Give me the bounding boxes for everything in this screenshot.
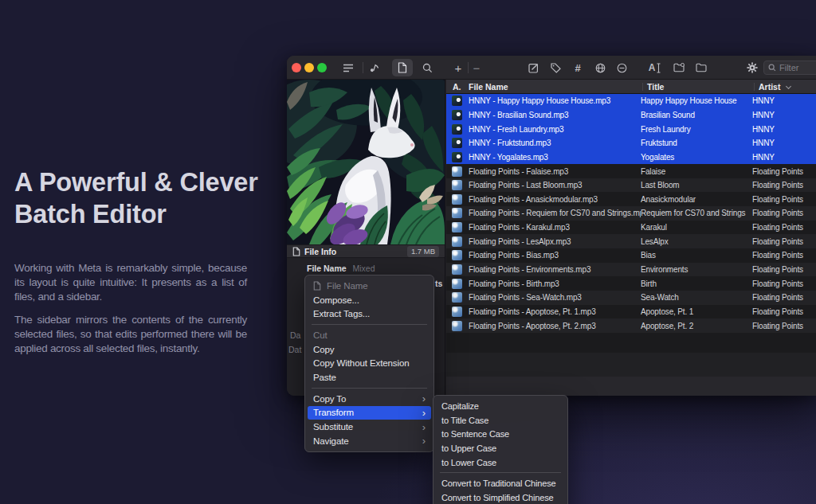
empty-band [446, 333, 816, 353]
menu-item-convert-to-traditional-chinese[interactable]: Convert to Traditional Chinese [434, 476, 567, 490]
search-icon[interactable] [420, 56, 434, 80]
menu-separator [312, 388, 427, 389]
filter-search-icon [768, 64, 776, 72]
file-size-badge: 1.7 MB [407, 246, 439, 257]
add-icon[interactable]: + [452, 56, 465, 80]
filter-input[interactable]: Filter [763, 61, 816, 75]
table-row[interactable]: Floating Points - Apoptose, Pt. 2.mp3Apo… [446, 318, 816, 333]
cell-filename: Floating Points - Anasickmodular.mp3 [469, 195, 641, 204]
table-row[interactable]: Floating Points - Apoptose, Pt. 1.mp3Apo… [446, 305, 816, 319]
cell-title: LesAlpx [641, 237, 752, 246]
menu-item-paste[interactable]: Paste [305, 370, 434, 385]
table-row[interactable]: Floating Points - Environments.mp3Enviro… [446, 263, 816, 277]
menu-item-copy[interactable]: Copy [305, 342, 434, 357]
menu-item-to-sentence-case[interactable]: to Sentence Case [434, 427, 567, 441]
cell-filename: Floating Points - Environments.mp3 [469, 265, 641, 274]
table-row[interactable]: HNNY - Yogalates.mp3YogalatesHNNY [446, 150, 816, 165]
menu-item-to-upper-case[interactable]: to Upper Case [434, 441, 567, 455]
table-row[interactable]: Floating Points - Karakul.mp3KarakulFloa… [446, 221, 816, 235]
table-row[interactable]: Floating Points - Falaise.mp3FalaiseFloa… [446, 164, 816, 178]
context-menu: File NameCompose...Extract Tags...CutCop… [304, 275, 434, 452]
table-row[interactable]: HNNY - Fresh Laundry.mp3Fresh LaundryHNN… [446, 122, 816, 136]
list-view-icon[interactable] [341, 56, 355, 80]
audio-icon[interactable] [367, 56, 382, 80]
table-row[interactable]: Floating Points - Requiem for CS70 and S… [446, 206, 816, 221]
menu-item-copy-to[interactable]: Copy To› [305, 392, 434, 406]
album-thumbnail [452, 292, 462, 303]
cell-artist: Floating Points [752, 279, 816, 288]
table-row[interactable]: Floating Points - Last Bloom.mp3Last Blo… [446, 178, 816, 193]
tag-icon[interactable] [549, 56, 562, 80]
remove-icon[interactable]: − [470, 56, 483, 80]
album-thumbnail [452, 307, 462, 317]
cell-filename: Floating Points - Falaise.mp3 [469, 167, 641, 176]
menu-item-to-lower-case[interactable]: to Lower Case [434, 455, 567, 470]
file-icon[interactable] [395, 56, 410, 80]
table-row[interactable]: Floating Points - Bias.mp3BiasFloating P… [446, 248, 816, 263]
menu-item-label: Copy To [313, 394, 346, 404]
cell-artist: HNNY [752, 125, 816, 134]
menu-item-extract-tags[interactable]: Extract Tags... [305, 307, 434, 321]
table-row[interactable]: Floating Points - LesAlpx.mp3LesAlpxFloa… [446, 234, 816, 248]
table-row[interactable]: HNNY - Brasilian Sound.mp3Brasilian Soun… [446, 108, 816, 123]
table-row[interactable]: Floating Points - Anasickmodular.mp3Anas… [446, 192, 816, 206]
menu-item-label: Navigate [313, 436, 349, 446]
remove-circle-icon[interactable] [615, 56, 628, 80]
menu-item-navigate[interactable]: Navigate› [305, 434, 434, 448]
sidebar-fragment-left2: Dat [288, 345, 301, 354]
menu-item-substitute[interactable]: Substitute› [305, 420, 434, 434]
column-header-a[interactable]: A. [453, 82, 469, 92]
headline-line2: Batch Editor [14, 199, 258, 231]
web-icon[interactable] [594, 56, 606, 80]
menu-separator [312, 324, 427, 325]
table-row[interactable]: HNNY - Fruktstund.mp3FruktstundHNNY [446, 136, 816, 150]
menu-item-convert-to-simplified-chinese[interactable]: Convert to Simplified Chinese [434, 490, 567, 504]
close-button[interactable] [292, 63, 301, 72]
cell-filename: Floating Points - Birth.mp3 [469, 279, 641, 288]
menu-item-file-name: File Name [305, 279, 434, 293]
menu-item-copy-without-extension[interactable]: Copy Without Extension [305, 356, 434, 370]
menu-item-label: Cut [313, 330, 328, 340]
hash-icon[interactable]: # [571, 56, 584, 80]
compose-icon[interactable] [527, 56, 539, 80]
menu-item-to-title-case[interactable]: to Title Case [434, 413, 567, 428]
album-thumbnail [452, 166, 462, 177]
window-footer [446, 377, 816, 396]
table-header[interactable]: A. File Name Title Artist [446, 80, 816, 94]
menu-item-label: Convert to Simplified Chinese [441, 493, 554, 502]
cell-filename: HNNY - Fruktstund.mp3 [469, 139, 641, 147]
file-table: A. File Name Title Artist HNNY - Happy H… [446, 80, 816, 396]
table-rows: HNNY - Happy Happy House House.mp3Happy … [446, 94, 816, 333]
menu-item-cut: Cut [305, 328, 434, 342]
table-row[interactable]: HNNY - Happy Happy House House.mp3Happy … [446, 94, 816, 108]
page-title: A Powerful & Clever Batch Editor [14, 167, 258, 230]
menu-item-capitalize[interactable]: Capitalize [434, 399, 567, 413]
column-header-artist[interactable]: Artist [759, 82, 816, 92]
menu-item-label: to Lower Case [441, 458, 496, 467]
folder-icon[interactable] [694, 56, 708, 80]
file-info-bar[interactable]: File Info 1.7 MB [287, 244, 445, 258]
column-header-title[interactable]: Title [647, 82, 759, 92]
cell-title: Last Bloom [641, 181, 752, 189]
table-row[interactable]: Floating Points - Sea-Watch.mp3Sea-Watch… [446, 291, 816, 305]
menu-item-compose[interactable]: Compose... [305, 293, 434, 307]
new-folder-icon[interactable] [672, 56, 685, 80]
settings-gear-icon[interactable] [745, 56, 759, 80]
titlebar[interactable]: + − # A Filter [287, 56, 816, 80]
cell-filename: HNNY - Yogalates.mp3 [469, 153, 641, 162]
file-name-field[interactable]: File Name Mixed [307, 264, 375, 273]
cell-title: Fresh Laundry [641, 125, 752, 134]
album-thumbnail [452, 110, 462, 120]
filter-placeholder: Filter [779, 63, 798, 72]
table-row[interactable]: Floating Points - Birth.mp3BirthFloating… [446, 276, 816, 291]
menu-item-transform[interactable]: Transform› [308, 406, 431, 420]
zoom-button[interactable] [317, 63, 327, 72]
cell-artist: HNNY [752, 153, 816, 162]
minimize-button[interactable] [304, 63, 314, 72]
cell-filename: HNNY - Happy Happy House House.mp3 [469, 96, 641, 105]
album-thumbnail [452, 96, 462, 106]
cell-filename: Floating Points - Apoptose, Pt. 2.mp3 [469, 322, 641, 330]
column-header-filename[interactable]: File Name [469, 82, 647, 92]
cell-title: Apoptose, Pt. 2 [641, 322, 752, 330]
rename-icon[interactable]: A [647, 56, 663, 80]
